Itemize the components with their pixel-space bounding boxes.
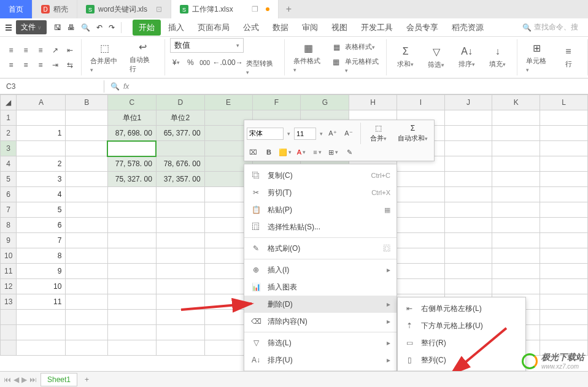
row-10[interactable]: 10: [1, 248, 17, 264]
col-D[interactable]: D: [156, 95, 204, 110]
sub-entire-row[interactable]: ▭整行(R): [398, 334, 525, 351]
tab-daoke-res[interactable]: 稻壳资源: [446, 20, 490, 36]
filter-button[interactable]: ▽筛选▾: [422, 45, 451, 71]
nav-prev-icon[interactable]: ◀: [14, 375, 19, 384]
close-icon[interactable]: ⊡: [156, 5, 162, 13]
border-mini-icon[interactable]: ⊞▾: [327, 146, 339, 158]
row-7[interactable]: 7: [1, 202, 17, 218]
sum-button[interactable]: Σ求和▾: [392, 45, 420, 70]
row-5[interactable]: 5: [1, 172, 17, 187]
restore-icon[interactable]: ❐: [252, 5, 258, 13]
rtl-icon[interactable]: ⇆: [64, 59, 76, 71]
fill-button[interactable]: ↓填充▾: [484, 45, 512, 70]
align-left-icon[interactable]: ≡: [5, 59, 17, 71]
ctx-paste[interactable]: 📋粘贴(P)▦: [244, 201, 397, 218]
nav-last-icon[interactable]: ⏭: [29, 375, 37, 384]
dec-decimal-icon[interactable]: .00→: [228, 56, 240, 69]
col-B[interactable]: B: [66, 95, 108, 110]
paste-options-icon[interactable]: ▦: [384, 206, 390, 214]
font-family-input[interactable]: [247, 128, 284, 140]
row-12[interactable]: 12: [1, 279, 17, 294]
row-13[interactable]: 13: [1, 294, 17, 310]
nav-next-icon[interactable]: ▶: [21, 375, 27, 384]
tab-daoke[interactable]: D 稻壳: [33, 0, 77, 18]
col-E[interactable]: E: [204, 95, 252, 110]
sub-entire-col[interactable]: ▯整列(C): [398, 351, 525, 369]
tab-dev[interactable]: 开发工具: [355, 20, 399, 36]
comma-icon[interactable]: 000: [199, 56, 211, 69]
ctx-insert[interactable]: ⊕插入(I)▸: [244, 261, 397, 278]
orientation-icon[interactable]: ↗: [49, 44, 61, 56]
col-C[interactable]: C: [107, 95, 156, 110]
ctx-insert-chart[interactable]: 📊插入图表: [244, 278, 397, 296]
tab-doc2[interactable]: S word关键词.xls ⊡: [77, 0, 171, 18]
col-H[interactable]: H: [349, 95, 397, 110]
clear-format-icon[interactable]: ⌧: [247, 146, 259, 158]
col-G[interactable]: G: [301, 95, 349, 110]
active-cell[interactable]: [107, 141, 156, 156]
align-bottom-icon[interactable]: ≡: [34, 44, 47, 56]
fx-area[interactable]: 🔍fx: [104, 82, 135, 91]
name-box[interactable]: C3: [0, 80, 104, 93]
row-8[interactable]: 8: [1, 218, 17, 233]
inc-decimal-icon[interactable]: ←.0: [213, 56, 225, 69]
fill-color-icon[interactable]: 🟨▾: [279, 146, 292, 158]
font-grow-icon[interactable]: A⁺: [327, 128, 339, 140]
cond-format-button[interactable]: ▦条件格式▾: [290, 41, 327, 74]
format-painter-ext-icon[interactable]: ⿴: [384, 245, 390, 252]
row-2[interactable]: 2: [1, 126, 17, 141]
align-middle-icon[interactable]: ≡: [20, 44, 32, 56]
row-11[interactable]: 11: [1, 264, 17, 279]
select-all-corner[interactable]: ◢: [1, 95, 17, 110]
number-format-select[interactable]: 数值▾: [170, 38, 244, 53]
undo-icon[interactable]: ↶: [96, 23, 103, 32]
bold-icon[interactable]: B: [263, 146, 275, 158]
row-9[interactable]: 9: [1, 233, 17, 248]
col-J[interactable]: J: [444, 95, 492, 110]
redo-icon[interactable]: ↷: [109, 23, 115, 32]
row-4[interactable]: 4: [1, 156, 17, 172]
indent-dec-icon[interactable]: ⇤: [64, 44, 76, 56]
tab-formula[interactable]: 公式: [237, 20, 265, 36]
row-6[interactable]: 6: [1, 187, 17, 202]
app-menu-icon[interactable]: [4, 23, 14, 33]
indent-inc-icon[interactable]: ⇥: [49, 59, 61, 71]
tab-data[interactable]: 数据: [266, 20, 295, 36]
tab-review[interactable]: 审阅: [296, 20, 324, 36]
sort-button[interactable]: A↓排序▾: [453, 45, 481, 70]
align-center-icon[interactable]: ≡: [20, 59, 32, 71]
tab-start[interactable]: 开始: [133, 20, 161, 36]
currency-icon[interactable]: ¥ ▾: [170, 56, 182, 69]
sub-shift-left[interactable]: ⇤右侧单元格左移(L): [398, 300, 525, 317]
col-K[interactable]: K: [492, 95, 540, 110]
ctx-cut[interactable]: ✂剪切(T)Ctrl+X: [244, 184, 397, 201]
nav-first-icon[interactable]: ⏮: [4, 375, 11, 384]
tab-home[interactable]: 首页: [0, 0, 33, 18]
file-menu[interactable]: 文件∨: [16, 20, 47, 34]
search-input[interactable]: 🔍 查找命令、搜: [522, 22, 584, 33]
tab-insert[interactable]: 插入: [162, 20, 190, 36]
col-A[interactable]: A: [17, 95, 66, 110]
save-icon[interactable]: 🖫: [54, 23, 61, 32]
merge-center-button[interactable]: ⬚合并居中▾: [87, 41, 123, 74]
cell-button[interactable]: ⊞单元格▾: [522, 41, 552, 74]
tab-member[interactable]: 会员专享: [400, 20, 444, 36]
ctx-paste-special[interactable]: ⿵选择性粘贴(S)...: [244, 218, 397, 236]
tab-view[interactable]: 视图: [325, 20, 354, 36]
tab-layout[interactable]: 页面布局: [191, 20, 236, 36]
cell-style-button[interactable]: 单元格样式▾: [345, 57, 381, 74]
align-top-icon[interactable]: ≡: [5, 44, 17, 56]
sheet-tab-1[interactable]: Sheet1: [41, 373, 77, 386]
merge-mini-button[interactable]: ⬚合并▾: [366, 123, 390, 144]
row-1[interactable]: 1: [1, 110, 17, 126]
sub-shift-up[interactable]: ⇡下方单元格上移(U): [398, 317, 525, 334]
wrap-text-button[interactable]: ↩自动换行: [126, 40, 160, 75]
col-L[interactable]: L: [540, 95, 588, 110]
tab-add[interactable]: +: [279, 0, 299, 18]
ctx-copy[interactable]: ⿻复制(C)Ctrl+C: [244, 167, 397, 184]
column-headers[interactable]: ◢ A B C D E F G H I J K L: [1, 95, 588, 110]
format-painter-mini-icon[interactable]: ✎: [343, 146, 355, 158]
type-convert-button[interactable]: 类型转换▾: [242, 56, 279, 77]
ctx-format-painter[interactable]: ✎格式刷(O)⿴: [244, 240, 397, 257]
tab-doc3-active[interactable]: S 工作簿1.xlsx ❐: [171, 0, 279, 18]
